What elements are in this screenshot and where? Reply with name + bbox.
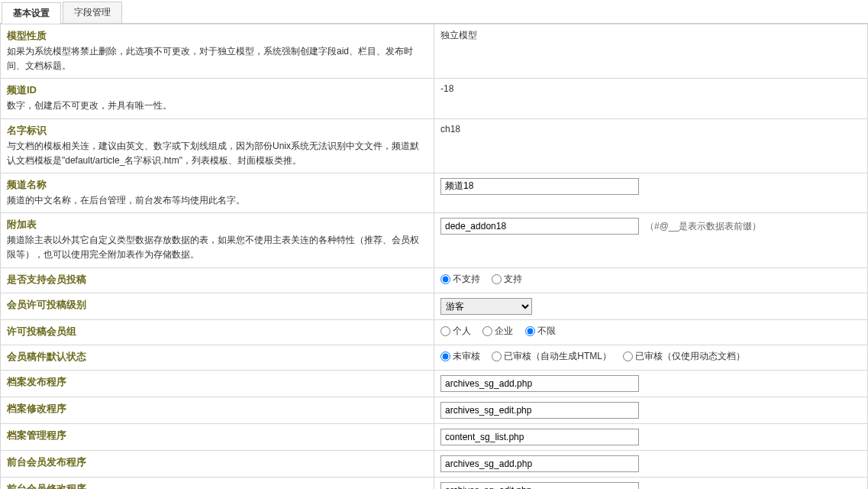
front-add-label: 前台会员发布程序	[7, 455, 428, 469]
channel-name-label: 频道名称	[7, 178, 428, 192]
addon-table-note: （#@__是表示数据表前缀）	[645, 221, 761, 232]
arc-add-label: 档案发布程序	[7, 375, 428, 389]
arc-add-input[interactable]	[440, 375, 639, 392]
channel-name-input[interactable]	[440, 178, 639, 195]
group-all[interactable]: 不限	[525, 325, 556, 336]
arc-list-input[interactable]	[440, 429, 639, 445]
channel-id-label: 频道ID	[7, 83, 428, 97]
front-add-input[interactable]	[440, 455, 639, 472]
submit-level-label: 会员许可投稿级别	[7, 298, 428, 312]
member-submit-no[interactable]: 不支持	[440, 274, 480, 284]
member-submit-label: 是否支持会员投稿	[7, 273, 428, 287]
tab-fields[interactable]: 字段管理	[63, 2, 122, 23]
arc-edit-input[interactable]	[440, 402, 639, 419]
arc-list-label: 档案管理程序	[7, 429, 428, 442]
group-personal[interactable]: 个人	[440, 325, 471, 336]
model-type-label: 模型性质	[7, 29, 428, 43]
status-reviewed-dynamic[interactable]: 已审核（仅使用动态文档）	[623, 351, 745, 361]
settings-table: 模型性质如果为系统模型将禁止删除，此选项不可更改，对于独立模型，系统强制创建字段…	[0, 24, 868, 489]
addon-table-label: 附加表	[7, 218, 428, 232]
model-type-value: 独立模型	[434, 24, 868, 79]
front-edit-input[interactable]	[440, 482, 639, 490]
submit-level-select[interactable]: 游客	[440, 298, 532, 315]
channel-name-desc: 频道的中文名称，在后台管理，前台发布等均使用此名字。	[7, 193, 428, 208]
submit-group-label: 许可投稿会员组	[7, 325, 428, 338]
channel-id-value: -18	[434, 79, 868, 118]
channel-id-desc: 数字，创建后不可更改，并具有唯一性。	[7, 99, 428, 113]
status-reviewed-html[interactable]: 已审核（自动生成HTML）	[492, 351, 611, 361]
addon-table-desc: 频道除主表以外其它自定义类型数据存放数据的表，如果您不使用主表关连的各种特性（推…	[7, 233, 428, 262]
arc-edit-label: 档案修改程序	[7, 402, 428, 416]
group-company[interactable]: 企业	[482, 325, 513, 336]
name-id-value: ch18	[434, 118, 868, 173]
model-type-desc: 如果为系统模型将禁止删除，此选项不可更改，对于独立模型，系统强制创建字段aid、…	[7, 44, 428, 73]
member-submit-yes[interactable]: 支持	[492, 274, 522, 284]
status-unreviewed[interactable]: 未审核	[440, 351, 480, 361]
front-edit-label: 前台会员修改程序	[7, 482, 428, 490]
name-id-label: 名字标识	[7, 124, 428, 138]
name-id-desc: 与文档的模板相关连，建议由英文、数字或下划线组成，因为部份Unix系统无法识别中…	[7, 139, 428, 168]
tab-basic[interactable]: 基本设置	[2, 2, 61, 24]
addon-table-input[interactable]	[440, 218, 639, 235]
draft-status-label: 会员稿件默认状态	[7, 350, 428, 364]
